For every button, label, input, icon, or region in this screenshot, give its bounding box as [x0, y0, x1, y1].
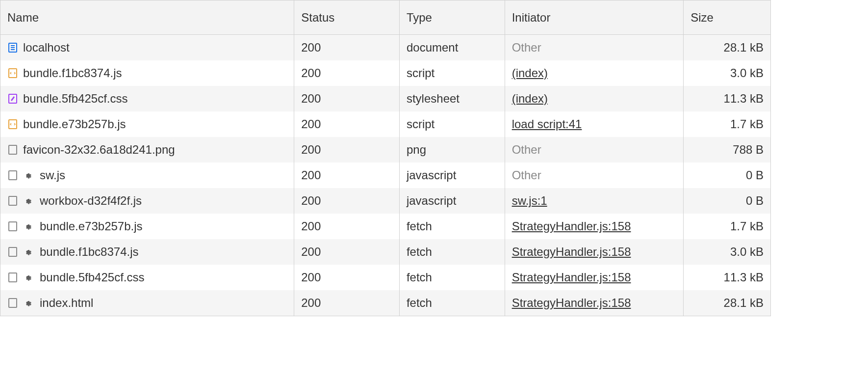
file-icon	[7, 272, 18, 283]
cell-type: javascript	[400, 163, 505, 188]
table-row[interactable]: bundle.f1bc8374.js200script(index)3.0 kB	[0, 60, 770, 86]
cell-size: 0 B	[684, 188, 770, 214]
script-icon	[7, 68, 18, 79]
initiator-link[interactable]: sw.js:1	[512, 194, 547, 208]
column-header-size[interactable]: Size	[684, 0, 770, 34]
gear-icon	[23, 298, 33, 308]
column-header-initiator[interactable]: Initiator	[505, 0, 684, 34]
table-row[interactable]: bundle.f1bc8374.js200fetchStrategyHandle…	[0, 239, 770, 265]
cell-size: 788 B	[684, 137, 770, 163]
gear-icon	[23, 247, 33, 257]
initiator-link[interactable]: StrategyHandler.js:158	[512, 296, 631, 310]
svg-rect-13	[9, 299, 17, 307]
cell-initiator: load script:41	[505, 111, 684, 137]
cell-status: 200	[294, 163, 400, 188]
initiator-link[interactable]: StrategyHandler.js:158	[512, 245, 631, 259]
document-icon	[7, 42, 18, 53]
svg-rect-12	[9, 273, 17, 282]
file-icon	[7, 246, 18, 257]
cell-name[interactable]: bundle.f1bc8374.js	[0, 239, 294, 265]
resource-name: bundle.f1bc8374.js	[23, 66, 122, 80]
cell-name[interactable]: workbox-d32f4f2f.js	[0, 188, 294, 214]
table-row[interactable]: bundle.5fb425cf.css200fetchStrategyHandl…	[0, 265, 770, 290]
file-icon	[7, 298, 18, 308]
cell-status: 200	[294, 137, 400, 163]
cell-name[interactable]: sw.js	[0, 163, 294, 188]
cell-size: 28.1 kB	[684, 35, 770, 60]
stylesheet-icon	[7, 93, 18, 104]
cell-status: 200	[294, 86, 400, 111]
cell-initiator: StrategyHandler.js:158	[505, 265, 684, 290]
resource-name: sw.js	[40, 168, 65, 182]
cell-status: 200	[294, 111, 400, 137]
resource-name: favicon-32x32.6a18d241.png	[23, 143, 175, 157]
resource-name: bundle.5fb425cf.css	[40, 271, 144, 284]
table-row[interactable]: bundle.e73b257b.js200scriptload script:4…	[0, 111, 770, 137]
cell-initiator: StrategyHandler.js:158	[505, 214, 684, 239]
initiator-link[interactable]: (index)	[512, 92, 548, 106]
table-row[interactable]: sw.js200javascriptOther0 B	[0, 163, 770, 188]
cell-status: 200	[294, 214, 400, 239]
script-icon	[7, 119, 18, 130]
column-header-type[interactable]: Type	[400, 0, 505, 34]
file-icon	[7, 170, 18, 181]
gear-icon	[23, 196, 33, 206]
file-icon	[7, 221, 18, 232]
table-row[interactable]: workbox-d32f4f2f.js200javascriptsw.js:10…	[0, 188, 770, 214]
gear-icon	[23, 273, 33, 282]
initiator-link[interactable]: load script:41	[512, 117, 582, 131]
column-header-name[interactable]: Name	[0, 0, 294, 34]
gear-icon	[23, 221, 33, 231]
cell-status: 200	[294, 188, 400, 214]
cell-name[interactable]: bundle.5fb425cf.css	[0, 86, 294, 111]
cell-name[interactable]: bundle.e73b257b.js	[0, 111, 294, 137]
cell-size: 3.0 kB	[684, 60, 770, 86]
cell-size: 3.0 kB	[684, 239, 770, 265]
svg-rect-10	[9, 222, 17, 231]
cell-type: document	[400, 35, 505, 60]
cell-initiator: (index)	[505, 60, 684, 86]
table-row[interactable]: localhost200documentOther28.1 kB	[0, 35, 770, 60]
table-row[interactable]: bundle.e73b257b.js200fetchStrategyHandle…	[0, 214, 770, 239]
table-row[interactable]: index.html200fetchStrategyHandler.js:158…	[0, 290, 770, 316]
cell-name[interactable]: bundle.e73b257b.js	[0, 214, 294, 239]
initiator-link[interactable]: (index)	[512, 66, 548, 80]
cell-name[interactable]: localhost	[0, 35, 294, 60]
table-row[interactable]: favicon-32x32.6a18d241.png200pngOther788…	[0, 137, 770, 163]
file-icon	[7, 195, 18, 206]
cell-status: 200	[294, 239, 400, 265]
file-icon	[7, 144, 18, 155]
svg-rect-7	[9, 145, 17, 154]
cell-status: 200	[294, 60, 400, 86]
cell-initiator: Other	[505, 163, 684, 188]
initiator-text: Other	[512, 41, 541, 55]
resource-name: index.html	[40, 296, 93, 310]
column-header-status[interactable]: Status	[294, 0, 400, 34]
resource-name: bundle.f1bc8374.js	[40, 245, 139, 259]
cell-type: javascript	[400, 188, 505, 214]
initiator-text: Other	[512, 168, 541, 182]
cell-type: fetch	[400, 239, 505, 265]
svg-rect-11	[9, 247, 17, 256]
cell-name[interactable]: bundle.5fb425cf.css	[0, 265, 294, 290]
cell-size: 0 B	[684, 163, 770, 188]
cell-initiator: Other	[505, 35, 684, 60]
cell-initiator: Other	[505, 137, 684, 163]
table-row[interactable]: bundle.5fb425cf.css200stylesheet(index)1…	[0, 86, 770, 111]
cell-size: 1.7 kB	[684, 111, 770, 137]
cell-name[interactable]: bundle.f1bc8374.js	[0, 60, 294, 86]
svg-rect-8	[9, 171, 17, 180]
cell-status: 200	[294, 265, 400, 290]
cell-name[interactable]: favicon-32x32.6a18d241.png	[0, 137, 294, 163]
initiator-link[interactable]: StrategyHandler.js:158	[512, 271, 631, 284]
cell-size: 28.1 kB	[684, 290, 770, 316]
cell-name[interactable]: index.html	[0, 290, 294, 316]
initiator-link[interactable]: StrategyHandler.js:158	[512, 219, 631, 233]
cell-type: fetch	[400, 290, 505, 316]
initiator-text: Other	[512, 143, 541, 157]
cell-initiator: sw.js:1	[505, 188, 684, 214]
cell-initiator: StrategyHandler.js:158	[505, 290, 684, 316]
cell-size: 11.3 kB	[684, 86, 770, 111]
cell-status: 200	[294, 290, 400, 316]
cell-type: script	[400, 60, 505, 86]
